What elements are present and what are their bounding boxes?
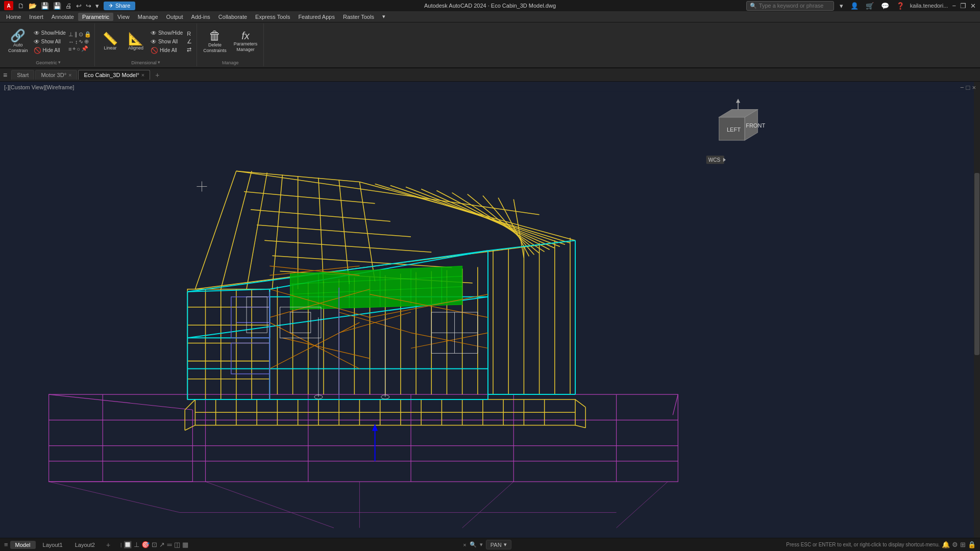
save-button[interactable]: 💾 [39,2,51,10]
search-input[interactable] [759,3,830,9]
show-hide-icon-1: 👁 [34,30,40,37]
convert-button[interactable]: ⇄ [185,46,193,54]
constraint-icon-4[interactable]: ↔ [68,39,74,45]
constraint-icon-10[interactable]: ○ [77,46,80,52]
communication-icon[interactable]: 💬 [879,2,891,10]
cmd-search-icon[interactable]: 🔍 [470,541,477,548]
account-icon[interactable]: 👤 [849,2,860,10]
delete-constraints-button[interactable]: 🗑 DeleteConstraints [200,27,230,57]
svg-text:LEFT: LEFT [727,127,741,133]
osnap-icon[interactable]: ⊡ [152,541,157,548]
menu-insert[interactable]: Insert [25,13,47,21]
transparency-icon[interactable]: ◫ [174,541,180,548]
layout1-tab[interactable]: Layout1 [38,541,68,549]
menu-overflow[interactable]: ▾ [378,12,389,21]
menu-addins[interactable]: Add-ins [187,13,214,21]
cmd-clear-icon[interactable]: × [463,542,466,548]
constraint-icon-9[interactable]: ⌖ [72,45,76,52]
lock-icon-1[interactable]: 🔒 [84,31,91,38]
angle-button[interactable]: ∠ [185,38,193,45]
auto-constrain-button[interactable]: 🔗 AutoConstrain [5,27,31,57]
menu-express[interactable]: Express Tools [251,13,294,21]
viewport-maximize-icon[interactable]: □ [966,84,970,91]
constraint-icon-8[interactable]: ≡ [68,46,71,52]
viewport-minimize-icon[interactable]: − [960,84,964,91]
scrollbar-right[interactable] [974,82,980,538]
constraint-icon-1[interactable]: ⊥ [68,31,74,38]
snap-icon[interactable]: 🔲 [124,541,132,548]
view-label[interactable]: [-][Custom View][Wireframe] [4,84,74,90]
linear-button[interactable]: 📏 Linear [98,27,122,57]
geometric-show-hide-button[interactable]: 👁 Show/Hide [32,29,67,37]
otrack-icon[interactable]: ↗ [159,541,165,548]
layout2-tab[interactable]: Layout2 [70,541,100,549]
share-button[interactable]: ✈ Share [104,2,135,10]
menu-bar: Home Insert Annotate Parametric View Man… [0,11,980,22]
menu-output[interactable]: Output [162,13,187,21]
plot-button[interactable]: 🖨 [64,2,74,10]
menu-parametric[interactable]: Parametric [78,13,113,21]
menu-featured[interactable]: Featured Apps [294,13,339,21]
menu-manage[interactable]: Manage [134,13,162,21]
restore-button[interactable]: ❐ [960,2,966,10]
cart-icon[interactable]: 🛒 [864,2,875,10]
geometric-hide-all-button[interactable]: 🚫 Hide All [32,46,67,55]
constraint-icon-6[interactable]: ∿ [79,38,83,45]
settings-icon[interactable]: ⚙ [952,541,958,548]
model-tab[interactable]: Model [10,541,36,549]
redo-icon[interactable]: ↪ [84,2,93,10]
notification-icon[interactable]: 🔔 [942,541,950,548]
constraint-icon-2[interactable]: ∥ [75,31,78,38]
scrollbar-track-right[interactable] [974,82,980,538]
tab-motor-close[interactable]: × [68,72,71,78]
menu-raster[interactable]: Raster Tools [339,13,378,21]
tab-eco-cabin[interactable]: Eco Cabin_3D Model° × [78,70,150,80]
viewport-close-icon[interactable]: × [972,84,976,91]
menu-collaborate[interactable]: Collaborate [214,13,251,21]
pan-mode-indicator[interactable]: PAN ▾ [486,540,511,549]
help-icon[interactable]: ❓ [895,2,906,10]
tab-start[interactable]: Start [11,70,34,80]
tabs-hamburger-icon[interactable]: ≡ [3,71,7,79]
new-button[interactable]: 🗋 [16,2,26,10]
minimize-button[interactable]: − [952,2,956,10]
more-icon[interactable]: ▾ [94,2,101,10]
dimensional-show-all-button[interactable]: 👁 Show All [149,38,184,46]
viewport[interactable]: [-][Custom View][Wireframe] − □ × [0,82,980,538]
user-name[interactable]: kaila.tenedori... [910,3,948,9]
new-tab-button[interactable]: + [151,69,163,81]
close-button[interactable]: ✕ [970,2,976,10]
add-layout-button[interactable]: + [102,540,114,550]
menu-annotate[interactable]: Annotate [47,13,78,21]
workspace-icon[interactable]: ⊞ [960,541,966,548]
status-hamburger-icon[interactable]: ≡ [4,541,8,548]
open-button[interactable]: 📂 [27,2,38,10]
menu-home[interactable]: Home [2,13,25,21]
selection-icon[interactable]: ▦ [182,541,188,548]
geometric-expand-icon[interactable]: ▾ [58,60,61,65]
undo-icon[interactable]: ↩ [75,2,83,10]
dimensional-hide-all-button[interactable]: 🚫 Hide All [149,46,184,55]
radius-button[interactable]: R [185,30,193,37]
polar-icon[interactable]: 🎯 [141,541,150,548]
dimensional-expand-icon[interactable]: ▾ [158,60,160,65]
menu-view[interactable]: View [113,13,134,21]
search-box[interactable]: 🔍 [746,1,834,11]
search-expand-icon[interactable]: ▾ [838,2,845,10]
parameters-manager-button[interactable]: fx ParametersManager [231,27,261,57]
geometric-show-all-button[interactable]: 👁 Show All [32,38,67,46]
saveas-button[interactable]: 💾 [52,2,63,10]
constraint-icon-7[interactable]: ⊕ [84,38,89,45]
ortho-icon[interactable]: ⊥ [134,541,139,548]
fix-icon[interactable]: 📌 [81,45,88,52]
scrollbar-thumb-right[interactable] [974,173,979,356]
constraint-icon-3[interactable]: ⊙ [79,31,83,38]
cmd-expand-icon[interactable]: ▾ [480,541,483,548]
tab-motor-3d[interactable]: Motor 3D° × [35,70,77,80]
lock-icon-status[interactable]: 🔒 [968,541,976,548]
tab-eco-close[interactable]: × [141,72,144,78]
dimensional-show-hide-button[interactable]: 👁 Show/Hide [149,29,184,37]
lineweight-icon[interactable]: ═ [167,541,172,548]
aligned-button[interactable]: 📐 Aligned [124,27,148,57]
constraint-icon-5[interactable]: ↕ [75,39,78,45]
